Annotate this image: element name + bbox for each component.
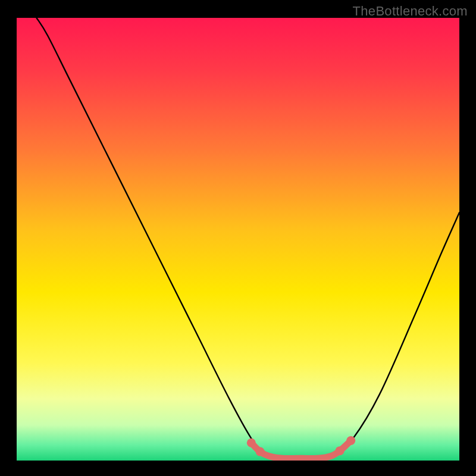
- target-flat-region-marker: [336, 446, 345, 455]
- watermark-text: TheBottleneck.com: [353, 4, 468, 19]
- chart-stage: TheBottleneck.com: [0, 0, 476, 476]
- bottleneck-chart: [0, 0, 476, 476]
- target-flat-region-marker: [346, 436, 355, 445]
- plot-background: [17, 18, 459, 461]
- target-flat-region-marker: [247, 439, 256, 447]
- target-flat-region-marker: [256, 447, 265, 456]
